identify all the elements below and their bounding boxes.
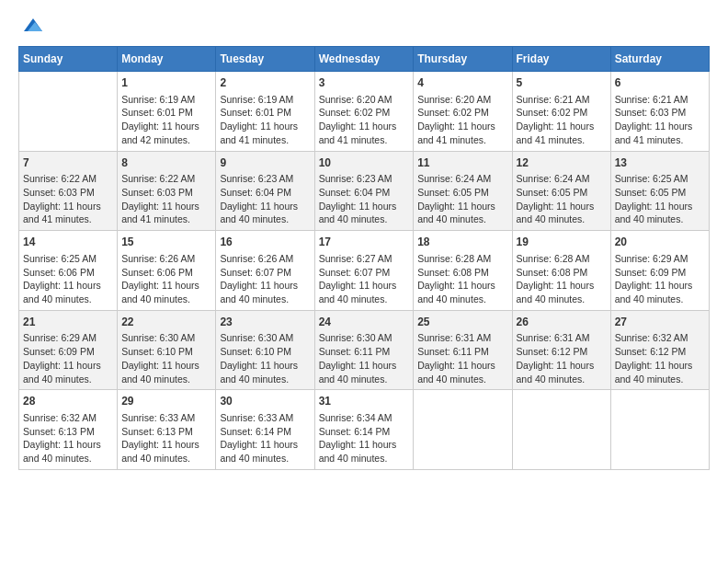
day-info: Daylight: 11 hours and 40 minutes. xyxy=(417,359,507,385)
calendar-header-row: SundayMondayTuesdayWednesdayThursdayFrid… xyxy=(19,47,710,72)
day-info: Sunrise: 6:23 AM xyxy=(220,172,310,186)
calendar-cell: 11Sunrise: 6:24 AMSunset: 6:05 PMDayligh… xyxy=(414,151,512,231)
day-number: 31 xyxy=(319,394,410,409)
day-number: 28 xyxy=(23,394,113,409)
day-number: 3 xyxy=(319,75,410,91)
day-number: 12 xyxy=(517,155,607,171)
day-number: 7 xyxy=(23,155,113,171)
day-info: Sunset: 6:05 PM xyxy=(517,186,607,200)
calendar-cell: 2Sunrise: 6:19 AMSunset: 6:01 PMDaylight… xyxy=(216,72,314,152)
calendar-cell: 27Sunrise: 6:32 AMSunset: 6:12 PMDayligh… xyxy=(610,310,709,390)
calendar-cell: 23Sunrise: 6:30 AMSunset: 6:10 PMDayligh… xyxy=(216,310,314,390)
day-info: Sunrise: 6:29 AM xyxy=(615,252,705,266)
day-info: Sunset: 6:06 PM xyxy=(23,266,113,280)
day-info: Sunrise: 6:26 AM xyxy=(121,252,211,266)
calendar-cell: 4Sunrise: 6:20 AMSunset: 6:02 PMDaylight… xyxy=(414,72,512,152)
day-info: Sunrise: 6:30 AM xyxy=(220,331,310,345)
day-info: Daylight: 11 hours and 40 minutes. xyxy=(220,438,310,465)
day-number: 11 xyxy=(417,155,507,171)
day-info: Sunrise: 6:34 AM xyxy=(319,411,410,425)
day-info: Sunrise: 6:31 AM xyxy=(417,331,507,345)
day-info: Sunrise: 6:21 AM xyxy=(517,93,607,107)
day-info: Sunset: 6:09 PM xyxy=(23,345,113,359)
day-info: Sunset: 6:01 PM xyxy=(220,106,310,120)
calendar-cell: 16Sunrise: 6:26 AMSunset: 6:07 PMDayligh… xyxy=(216,231,314,311)
day-number: 9 xyxy=(220,155,310,171)
page-header xyxy=(18,18,710,37)
calendar-cell: 10Sunrise: 6:23 AMSunset: 6:04 PMDayligh… xyxy=(314,151,414,231)
day-number: 20 xyxy=(615,235,705,250)
day-info: Sunrise: 6:32 AM xyxy=(615,331,705,345)
day-info: Sunrise: 6:33 AM xyxy=(121,411,211,425)
calendar-cell: 18Sunrise: 6:28 AMSunset: 6:08 PMDayligh… xyxy=(414,231,512,311)
day-info: Daylight: 11 hours and 42 minutes. xyxy=(121,120,211,146)
logo xyxy=(18,18,44,37)
day-info: Daylight: 11 hours and 40 minutes. xyxy=(517,359,607,385)
day-info: Daylight: 11 hours and 40 minutes. xyxy=(517,200,607,226)
day-info: Sunset: 6:02 PM xyxy=(319,106,410,120)
day-header-saturday: Saturday xyxy=(610,47,709,72)
day-info: Sunset: 6:03 PM xyxy=(121,186,211,200)
day-info: Sunset: 6:04 PM xyxy=(319,186,410,200)
day-number: 21 xyxy=(23,315,113,330)
day-number: 30 xyxy=(220,394,310,409)
calendar-cell xyxy=(19,72,118,152)
calendar-table: SundayMondayTuesdayWednesdayThursdayFrid… xyxy=(18,46,710,470)
calendar-cell: 22Sunrise: 6:30 AMSunset: 6:10 PMDayligh… xyxy=(118,310,216,390)
calendar-cell: 31Sunrise: 6:34 AMSunset: 6:14 PMDayligh… xyxy=(314,390,414,470)
day-header-tuesday: Tuesday xyxy=(216,47,314,72)
day-info: Sunrise: 6:29 AM xyxy=(23,331,113,345)
day-info: Sunset: 6:08 PM xyxy=(517,266,607,280)
calendar-cell: 19Sunrise: 6:28 AMSunset: 6:08 PMDayligh… xyxy=(512,231,610,311)
day-info: Sunset: 6:12 PM xyxy=(517,345,607,359)
day-info: Sunset: 6:13 PM xyxy=(121,425,211,439)
day-header-sunday: Sunday xyxy=(19,47,118,72)
day-number: 2 xyxy=(220,75,310,91)
day-info: Sunrise: 6:32 AM xyxy=(23,411,113,425)
day-info: Daylight: 11 hours and 41 minutes. xyxy=(615,120,705,146)
day-info: Sunset: 6:11 PM xyxy=(319,345,410,359)
calendar-cell: 29Sunrise: 6:33 AMSunset: 6:13 PMDayligh… xyxy=(118,390,216,470)
calendar-cell: 17Sunrise: 6:27 AMSunset: 6:07 PMDayligh… xyxy=(314,231,414,311)
day-info: Daylight: 11 hours and 41 minutes. xyxy=(319,120,410,146)
day-number: 6 xyxy=(615,75,705,91)
calendar-cell: 3Sunrise: 6:20 AMSunset: 6:02 PMDaylight… xyxy=(314,72,414,152)
day-info: Daylight: 11 hours and 41 minutes. xyxy=(517,120,607,146)
day-info: Sunset: 6:13 PM xyxy=(23,425,113,439)
day-info: Sunset: 6:10 PM xyxy=(220,345,310,359)
day-number: 16 xyxy=(220,235,310,250)
day-info: Sunset: 6:01 PM xyxy=(121,106,211,120)
day-info: Daylight: 11 hours and 41 minutes. xyxy=(417,120,507,146)
calendar-cell: 12Sunrise: 6:24 AMSunset: 6:05 PMDayligh… xyxy=(512,151,610,231)
day-info: Daylight: 11 hours and 40 minutes. xyxy=(615,200,705,226)
calendar-cell: 5Sunrise: 6:21 AMSunset: 6:02 PMDaylight… xyxy=(512,72,610,152)
day-info: Sunrise: 6:25 AM xyxy=(615,172,705,186)
calendar-cell: 6Sunrise: 6:21 AMSunset: 6:03 PMDaylight… xyxy=(610,72,709,152)
day-info: Sunrise: 6:24 AM xyxy=(417,172,507,186)
day-info: Daylight: 11 hours and 41 minutes. xyxy=(23,200,113,226)
day-info: Daylight: 11 hours and 40 minutes. xyxy=(23,438,113,465)
day-info: Sunset: 6:02 PM xyxy=(517,106,607,120)
week-row-2: 7Sunrise: 6:22 AMSunset: 6:03 PMDaylight… xyxy=(19,151,710,231)
day-info: Sunrise: 6:19 AM xyxy=(121,93,211,107)
day-header-wednesday: Wednesday xyxy=(314,47,414,72)
day-info: Sunrise: 6:23 AM xyxy=(319,172,410,186)
calendar-cell: 7Sunrise: 6:22 AMSunset: 6:03 PMDaylight… xyxy=(19,151,118,231)
day-info: Daylight: 11 hours and 41 minutes. xyxy=(121,200,211,226)
calendar-cell: 24Sunrise: 6:30 AMSunset: 6:11 PMDayligh… xyxy=(314,310,414,390)
day-header-thursday: Thursday xyxy=(414,47,512,72)
day-info: Sunrise: 6:21 AM xyxy=(615,93,705,107)
calendar-cell: 26Sunrise: 6:31 AMSunset: 6:12 PMDayligh… xyxy=(512,310,610,390)
day-info: Daylight: 11 hours and 40 minutes. xyxy=(417,279,507,305)
day-info: Sunset: 6:11 PM xyxy=(417,345,507,359)
day-info: Daylight: 11 hours and 40 minutes. xyxy=(615,359,705,385)
calendar-cell: 21Sunrise: 6:29 AMSunset: 6:09 PMDayligh… xyxy=(19,310,118,390)
calendar-cell: 30Sunrise: 6:33 AMSunset: 6:14 PMDayligh… xyxy=(216,390,314,470)
day-info: Daylight: 11 hours and 40 minutes. xyxy=(121,279,211,305)
day-info: Daylight: 11 hours and 40 minutes. xyxy=(615,279,705,305)
day-info: Daylight: 11 hours and 41 minutes. xyxy=(220,120,310,146)
day-number: 10 xyxy=(319,155,410,171)
day-number: 13 xyxy=(615,155,705,171)
day-header-friday: Friday xyxy=(512,47,610,72)
day-info: Sunset: 6:06 PM xyxy=(121,266,211,280)
